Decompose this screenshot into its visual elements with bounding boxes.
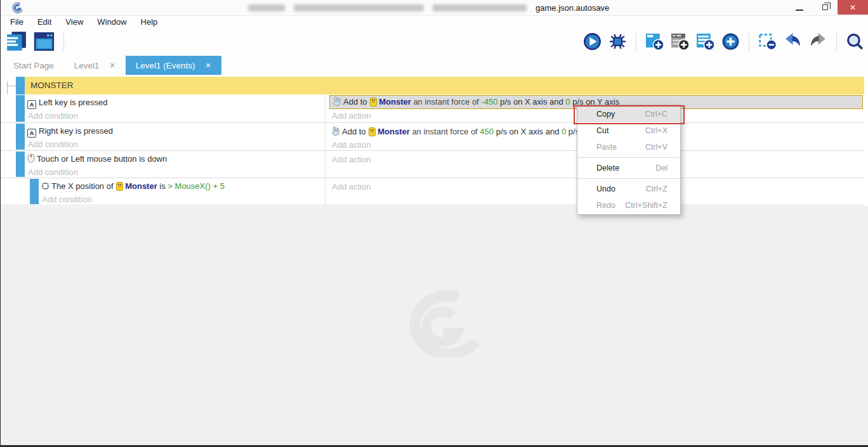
- condition-text: Touch or Left mouse button is down: [37, 154, 167, 164]
- event-row: ARight key is pressed Add condition Add …: [1, 123, 864, 151]
- project-manager-button[interactable]: [6, 31, 27, 53]
- search-icon: [846, 32, 864, 51]
- condition-text: Left key is pressed: [39, 98, 107, 107]
- menu-item-shortcut: Ctrl+Z: [646, 185, 667, 193]
- menu-item-shortcut: Del: [655, 164, 667, 172]
- toolbar-separator: [636, 33, 636, 51]
- toolbar-separator: [836, 33, 837, 51]
- position-icon: [41, 182, 49, 190]
- add-condition-link[interactable]: Add condition: [25, 138, 325, 151]
- window-title: game.json.autosave: [248, 0, 609, 15]
- event-highlight-bar: [30, 179, 39, 204]
- context-menu-item-cut[interactable]: Cut Ctrl+X: [577, 122, 680, 139]
- menu-separator: [578, 157, 680, 158]
- context-menu-item-delete[interactable]: Delete Del: [577, 160, 680, 176]
- conditions-cell: Touch or Left mouse button is down Add c…: [25, 151, 326, 178]
- gdevelop-logo-icon: [11, 1, 25, 14]
- context-menu-item-copy[interactable]: Copy Ctrl+C: [577, 106, 680, 122]
- menu-view[interactable]: View: [58, 16, 90, 29]
- redacted-title-segment: [294, 4, 424, 11]
- keyboard-key-icon: A: [27, 129, 36, 138]
- monster-object-icon: [369, 127, 376, 136]
- add-condition-link[interactable]: Add condition: [25, 109, 325, 122]
- context-menu: Copy Ctrl+C Cut Ctrl+X Paste Ctrl+V Dele…: [577, 105, 681, 215]
- tab-close-icon[interactable]: ✕: [206, 62, 211, 70]
- monster-object-icon: [116, 182, 123, 191]
- action-text: p/s on X axis and: [494, 127, 562, 136]
- project-manager-icon: [6, 31, 27, 53]
- restore-button[interactable]: [812, 0, 838, 15]
- context-menu-item-undo[interactable]: Undo Ctrl+Z: [577, 181, 680, 197]
- event-highlight-bar: [16, 124, 25, 150]
- redacted-title-segment: [248, 4, 285, 11]
- menu-item-label: Delete: [596, 164, 619, 172]
- minimize-icon: [796, 10, 803, 11]
- search-button[interactable]: [846, 32, 864, 51]
- force-hand-icon: [331, 126, 340, 136]
- preview-button[interactable]: [583, 32, 602, 51]
- add-event-button[interactable]: [645, 32, 664, 51]
- condition-text: is: [157, 181, 168, 191]
- tree-branch: [7, 86, 16, 86]
- action-text: p/s on X axis and: [497, 97, 565, 107]
- event-highlight-bar: [16, 77, 25, 94]
- menu-help[interactable]: Help: [134, 16, 165, 29]
- events-sheet: MONSTER ALeft key is pressed Add conditi…: [1, 75, 868, 445]
- object-name: Monster: [379, 97, 411, 107]
- tab-label: Level1: [74, 61, 100, 70]
- minimize-button[interactable]: [787, 0, 812, 15]
- condition-sentence[interactable]: ALeft key is pressed: [25, 94, 325, 109]
- add-comment-button[interactable]: [696, 32, 714, 51]
- menu-separator: [578, 178, 680, 179]
- menu-item-shortcut: Ctrl+Shift+Z: [625, 201, 667, 210]
- object-name: Monster: [378, 127, 410, 136]
- tab-start-page[interactable]: Start Page: [3, 56, 64, 75]
- add-new-button[interactable]: [721, 32, 740, 51]
- undo-button[interactable]: [784, 32, 802, 51]
- menu-item-label: Undo: [596, 185, 615, 193]
- gdevelop-window: game.json.autosave ✕ File Edit View Wind…: [0, 0, 868, 447]
- menu-item-label: Cut: [596, 126, 608, 135]
- add-new-icon: [721, 32, 740, 51]
- tab-events-level1[interactable]: Level1 (Events) ✕: [126, 56, 221, 75]
- conditions-cell: The X position of Monster is > MouseX() …: [39, 178, 326, 205]
- tab-close-icon[interactable]: ✕: [110, 62, 115, 70]
- tab-scene-level1[interactable]: Level1 ✕: [64, 56, 126, 75]
- action-text: Add to: [342, 127, 368, 136]
- action-text: Add to: [343, 97, 369, 107]
- context-menu-item-paste[interactable]: Paste Ctrl+V: [577, 139, 680, 155]
- add-condition-link[interactable]: Add condition: [39, 193, 325, 206]
- menu-bar: File Edit View Window Help: [1, 15, 868, 28]
- context-menu-item-redo[interactable]: Redo Ctrl+Shift+Z: [577, 197, 680, 214]
- condition-expression: > MouseX() + 5: [168, 181, 225, 191]
- condition-sentence[interactable]: ARight key is pressed: [25, 123, 325, 138]
- debug-button[interactable]: [608, 32, 627, 51]
- menu-edit[interactable]: Edit: [30, 16, 58, 29]
- condition-sentence[interactable]: The X position of Monster is > MouseX() …: [39, 178, 325, 193]
- menu-window[interactable]: Window: [90, 16, 133, 29]
- object-name: Monster: [125, 181, 157, 191]
- redo-button[interactable]: [809, 32, 827, 51]
- scene-editor-icon: [34, 31, 55, 53]
- condition-sentence[interactable]: Touch or Left mouse button is down: [25, 151, 325, 165]
- gdevelop-watermark-logo: [393, 284, 488, 357]
- tab-label: Start Page: [13, 61, 54, 70]
- menu-file[interactable]: File: [3, 16, 30, 29]
- event-row: Touch or Left mouse button is down Add c…: [1, 151, 864, 178]
- monster-object-icon: [370, 98, 377, 107]
- close-button[interactable]: ✕: [838, 0, 868, 15]
- menu-item-shortcut: Ctrl+X: [645, 126, 667, 135]
- menu-item-shortcut: Ctrl+V: [645, 143, 667, 152]
- remove-selection-button[interactable]: [758, 32, 777, 51]
- add-sub-event-button[interactable]: [671, 32, 689, 51]
- undo-icon: [784, 32, 802, 51]
- toolbar: [1, 28, 868, 56]
- comment-event[interactable]: MONSTER: [25, 77, 864, 94]
- condition-text: Right key is pressed: [39, 126, 113, 136]
- scene-editor-button[interactable]: [34, 31, 55, 53]
- add-comment-icon: [696, 32, 714, 51]
- redacted-title-segment: [433, 4, 527, 11]
- mouse-icon: [27, 153, 35, 163]
- add-condition-link[interactable]: Add condition: [25, 165, 325, 179]
- toolbar-separator: [63, 33, 64, 51]
